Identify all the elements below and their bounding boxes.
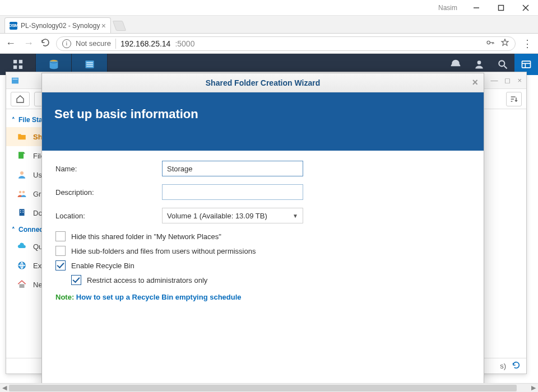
bookmark-star-icon[interactable] <box>500 38 509 49</box>
site-info-icon[interactable]: i <box>62 39 71 48</box>
svg-rect-9 <box>13 60 16 63</box>
checkbox-enable-recycle-bin[interactable]: Enable Recycle Bin <box>55 260 470 270</box>
browser-toolbar: ← → i Not secure 192.168.25.14:5000 ⋮ <box>0 34 538 54</box>
svg-rect-25 <box>12 77 18 83</box>
nav-back-button[interactable]: ← <box>4 38 17 49</box>
wizard-close-icon[interactable]: × <box>472 77 478 88</box>
os-titlebar: Nasim <box>0 0 538 16</box>
cloud-icon <box>16 241 27 252</box>
svg-rect-37 <box>23 211 24 212</box>
wizard-title-text: Shared Folder Creation Wizard <box>206 78 320 87</box>
chevron-up-icon: ˄ <box>12 116 15 124</box>
file-services-icon <box>16 150 27 161</box>
svg-rect-17 <box>86 64 93 65</box>
svg-point-19 <box>477 60 481 64</box>
scroll-right-arrow[interactable]: ▶ <box>529 384 538 391</box>
not-secure-label: Not secure <box>76 39 111 48</box>
scroll-thumb[interactable] <box>9 385 517 391</box>
wizard-banner: Set up basic information <box>42 92 484 151</box>
window-close-icon[interactable]: × <box>517 76 522 85</box>
checkbox-hide-subfolders[interactable]: Hide sub-folders and files from users wi… <box>55 246 470 256</box>
location-label: Location: <box>55 212 162 220</box>
scroll-left-arrow[interactable]: ◀ <box>0 384 9 391</box>
svg-rect-38 <box>20 212 21 213</box>
description-input[interactable] <box>162 184 303 200</box>
name-label: Name: <box>55 165 162 173</box>
domain-icon <box>16 207 27 218</box>
browser-horizontal-scrollbar[interactable]: ◀ ▶ <box>0 383 538 392</box>
group-icon <box>16 188 27 199</box>
checkbox-hide-network-places[interactable]: Hide this shared folder in "My Network P… <box>55 231 470 241</box>
svg-rect-36 <box>20 211 21 212</box>
browser-tabstrip: DSM PL-Synology02 - Synology × <box>0 16 538 34</box>
nav-forward-button[interactable]: → <box>22 38 35 49</box>
window-maximize-icon[interactable]: ◻ <box>504 76 511 85</box>
refresh-icon[interactable] <box>512 361 521 371</box>
note-label: Note: <box>55 293 74 301</box>
svg-rect-41 <box>20 284 25 288</box>
browser-tab-active[interactable]: DSM PL-Synology02 - Synology × <box>4 17 111 33</box>
new-tab-button[interactable] <box>113 21 127 31</box>
svg-rect-35 <box>20 209 25 216</box>
svg-point-32 <box>20 171 24 175</box>
svg-marker-8 <box>502 39 508 45</box>
svg-rect-1 <box>499 5 504 10</box>
checkbox-label: Hide this shared folder in "My Network P… <box>71 232 221 241</box>
scroll-track[interactable] <box>9 385 529 391</box>
window-app-icon <box>11 76 20 85</box>
svg-point-4 <box>487 41 490 44</box>
svg-marker-31 <box>24 152 25 153</box>
svg-rect-18 <box>86 66 93 67</box>
svg-rect-12 <box>18 66 22 69</box>
toolbar-home-button[interactable] <box>11 92 30 106</box>
svg-rect-39 <box>23 212 24 213</box>
saved-password-key-icon[interactable] <box>486 38 495 49</box>
wizard-form: Name: Description: Location: Volume 1 (A… <box>42 151 484 311</box>
svg-rect-26 <box>12 78 17 79</box>
svg-rect-10 <box>18 60 22 63</box>
toolbar-sort-button[interactable] <box>506 92 522 106</box>
tab-close-icon[interactable]: × <box>101 21 106 30</box>
svg-point-33 <box>19 191 22 194</box>
address-bar[interactable]: i Not secure 192.168.25.14:5000 <box>56 36 516 51</box>
svg-rect-16 <box>86 62 93 63</box>
os-minimize-button[interactable] <box>464 0 489 16</box>
svg-point-20 <box>499 60 504 66</box>
browser-menu-button[interactable]: ⋮ <box>521 38 534 50</box>
svg-rect-22 <box>522 61 531 68</box>
url-host: 192.168.25.14 <box>120 39 171 48</box>
globe-icon <box>16 260 27 271</box>
name-input[interactable] <box>162 161 303 176</box>
checkbox-icon <box>71 275 81 285</box>
checkbox-label: Hide sub-folders and files from users wi… <box>71 247 256 255</box>
footer-text: s) <box>500 362 506 370</box>
tab-title: PL-Synology02 - Synology <box>21 22 101 30</box>
os-username: Nasim <box>438 4 457 12</box>
location-select[interactable]: Volume 1 (Available: 13.09 TB) ▼ <box>162 208 303 223</box>
svg-rect-30 <box>18 152 24 158</box>
note-link[interactable]: How to set up a Recycle Bin emptying sch… <box>76 293 242 301</box>
checkbox-icon <box>55 231 66 241</box>
nav-reload-button[interactable] <box>40 38 50 49</box>
checkbox-icon <box>55 260 66 270</box>
os-close-button[interactable] <box>513 0 538 16</box>
wizard-titlebar[interactable]: Shared Folder Creation Wizard × <box>42 73 484 92</box>
svg-point-34 <box>22 191 25 194</box>
wizard-heading: Set up basic information <box>54 107 471 122</box>
checkbox-label: Enable Recycle Bin <box>71 262 134 270</box>
chevron-up-icon: ˄ <box>12 226 15 234</box>
os-maximize-button[interactable] <box>489 0 513 16</box>
svg-line-21 <box>504 66 507 69</box>
svg-rect-11 <box>13 66 16 69</box>
description-label: Description: <box>55 188 162 197</box>
shared-folder-wizard: Shared Folder Creation Wizard × Set up b… <box>41 73 484 386</box>
note-line: Note: How to set up a Recycle Bin emptyi… <box>55 293 470 301</box>
checkbox-restrict-admin[interactable]: Restrict access to administrators only <box>71 275 470 285</box>
window-minimize-icon[interactable]: — <box>490 76 498 85</box>
omnibox-divider <box>115 39 116 49</box>
network-icon <box>16 279 27 290</box>
location-value: Volume 1 (Available: 13.09 TB) <box>167 212 267 220</box>
checkbox-icon <box>55 246 66 256</box>
user-icon <box>16 169 27 180</box>
checkbox-label: Restrict access to administrators only <box>87 276 207 284</box>
